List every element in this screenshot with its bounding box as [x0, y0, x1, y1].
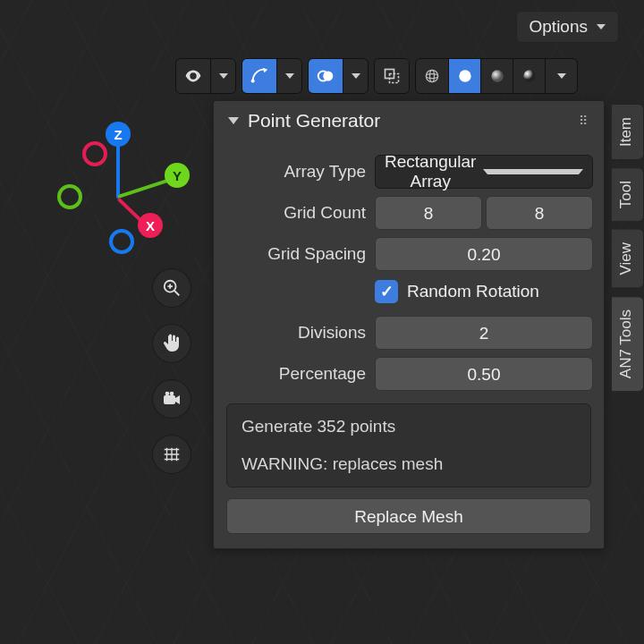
shading-material[interactable] — [480, 59, 513, 93]
zoom-button[interactable] — [152, 268, 191, 308]
svg-point-17 — [165, 392, 170, 396]
gizmo-toggle-group — [242, 58, 302, 94]
random-rotation-row: ✓ Random Rotation — [225, 280, 593, 303]
grid-spacing-field[interactable]: 0.20 — [375, 237, 593, 271]
overlay-group — [308, 58, 369, 94]
disclosure-triangle-icon — [228, 117, 239, 124]
random-rotation-checkbox[interactable]: ✓ — [375, 280, 398, 303]
side-tabs: Item Tool View AN7 Tools — [612, 104, 644, 392]
grid-spacing-row: Grid Spacing 0.20 — [225, 237, 593, 271]
xray-group — [374, 58, 410, 94]
svg-line-13 — [174, 291, 180, 296]
options-dropdown[interactable]: Options — [516, 11, 619, 43]
random-rotation-label: Random Rotation — [407, 282, 539, 301]
grid-count-x-field[interactable]: 8 — [375, 196, 482, 230]
header-toolbar — [175, 57, 623, 95]
overlay-dropdown[interactable] — [343, 59, 368, 93]
shading-group — [415, 58, 578, 94]
viewport-side-icons — [152, 268, 191, 474]
camera-button[interactable] — [152, 379, 191, 419]
gizmo-x-ball[interactable]: X — [138, 213, 163, 238]
svg-point-10 — [491, 70, 503, 81]
perspective-button[interactable] — [152, 435, 191, 474]
hand-icon — [161, 333, 182, 354]
replace-mesh-button[interactable]: Replace Mesh — [226, 498, 591, 534]
grid-icon — [162, 445, 182, 464]
gizmo-neg-y[interactable] — [57, 184, 82, 209]
point-generator-panel: Point Generator Array Type Rectangular A… — [213, 100, 605, 549]
svg-point-18 — [170, 392, 174, 396]
info-box: Generate 352 points WARNING: replaces me… — [226, 403, 591, 487]
gizmo-y-ball[interactable]: Y — [165, 163, 190, 188]
gizmo-neg-z[interactable] — [109, 229, 134, 254]
material-sphere-icon — [488, 67, 506, 85]
grid-spacing-label: Grid Spacing — [225, 244, 366, 264]
rendered-sphere-icon — [521, 67, 538, 85]
visibility-button[interactable] — [176, 59, 210, 93]
chevron-down-icon — [285, 73, 294, 79]
panel-body: Array Type Rectangular Array Grid Count … — [214, 140, 604, 548]
gizmo-z-ball[interactable]: Z — [106, 122, 131, 147]
shading-dropdown[interactable] — [545, 59, 577, 93]
visibility-dropdown[interactable] — [210, 59, 235, 93]
orientation-gizmo[interactable]: Z Y X — [54, 116, 197, 277]
array-type-label: Array Type — [225, 162, 366, 182]
info-generate-line: Generate 352 points — [242, 417, 576, 436]
shading-solid[interactable] — [448, 59, 480, 93]
chevron-down-icon — [219, 73, 228, 79]
magnifier-plus-icon — [162, 278, 182, 298]
svg-point-0 — [191, 74, 195, 78]
panel-title: Point Generator — [248, 110, 380, 131]
divisions-field[interactable]: 2 — [375, 316, 593, 350]
pan-button[interactable] — [152, 324, 191, 363]
svg-point-11 — [523, 70, 535, 81]
tab-an7-tools[interactable]: AN7 Tools — [612, 296, 644, 392]
svg-point-6 — [426, 70, 437, 81]
panel-header[interactable]: Point Generator — [214, 101, 604, 140]
svg-point-8 — [430, 70, 435, 81]
percentage-label: Percentage — [225, 364, 366, 384]
percentage-row: Percentage 0.50 — [225, 357, 593, 391]
overlay-toggle-button[interactable] — [309, 59, 343, 93]
shading-rendered[interactable] — [513, 59, 545, 93]
eye-icon — [183, 66, 203, 86]
divisions-row: Divisions 2 — [225, 316, 593, 350]
shading-wireframe[interactable] — [416, 59, 448, 93]
solid-sphere-icon — [456, 67, 474, 85]
overlap-circles-icon — [316, 66, 335, 86]
gizmo-dropdown[interactable] — [276, 59, 301, 93]
options-label: Options — [530, 17, 588, 37]
array-type-value: Rectangular Array — [385, 152, 476, 191]
array-type-row: Array Type Rectangular Array — [225, 155, 593, 189]
grid-count-row: Grid Count 8 8 — [225, 196, 593, 230]
tab-tool[interactable]: Tool — [612, 167, 644, 222]
tab-item[interactable]: Item — [612, 104, 644, 160]
tab-view[interactable]: View — [612, 229, 644, 289]
chevron-down-icon — [352, 73, 360, 79]
svg-point-7 — [426, 74, 437, 79]
svg-point-1 — [251, 79, 255, 82]
gizmo-toggle-button[interactable] — [242, 59, 276, 93]
svg-point-9 — [459, 70, 470, 81]
arrow-arc-icon — [250, 66, 269, 86]
camera-icon — [161, 388, 182, 410]
wire-sphere-icon — [423, 67, 441, 85]
array-type-select[interactable]: Rectangular Array — [375, 155, 593, 189]
info-warning-line: WARNING: replaces mesh — [242, 454, 576, 474]
grid-count-y-field[interactable]: 8 — [486, 196, 593, 230]
panel-grip-icon[interactable] — [579, 114, 589, 128]
visibility-group — [175, 58, 236, 94]
chevron-down-icon — [483, 169, 583, 174]
chevron-down-icon — [557, 73, 566, 79]
xray-icon — [383, 67, 401, 85]
gizmo-neg-x[interactable] — [82, 141, 107, 166]
svg-rect-16 — [164, 395, 175, 404]
svg-point-3 — [323, 72, 333, 81]
percentage-field[interactable]: 0.50 — [375, 357, 593, 391]
xray-button[interactable] — [375, 59, 409, 93]
divisions-label: Divisions — [225, 323, 366, 343]
gizmo-y-axis — [117, 178, 171, 199]
chevron-down-icon — [597, 24, 606, 30]
grid-count-label: Grid Count — [225, 203, 366, 223]
